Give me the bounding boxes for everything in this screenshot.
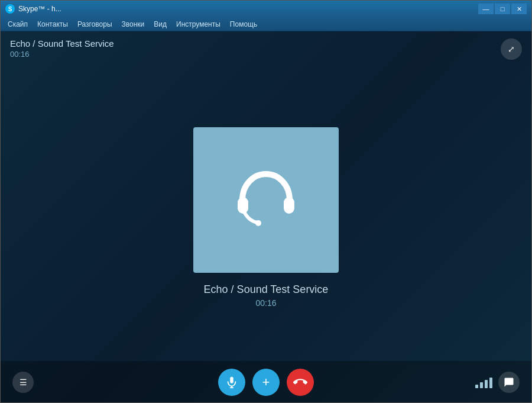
menu-tools[interactable]: Инструменты [171, 19, 225, 30]
svg-point-2 [255, 220, 261, 226]
menu-conversations[interactable]: Разговоры [73, 19, 117, 30]
chat-icon [504, 377, 514, 388]
menu-icon: ☰ [20, 378, 27, 387]
fullscreen-button[interactable]: ⤢ [501, 38, 522, 60]
controls-right [475, 372, 520, 393]
window-controls: — □ ✕ [478, 4, 527, 14]
maximize-button[interactable]: □ [495, 4, 510, 14]
menu-skype[interactable]: Скайп [3, 19, 33, 30]
skype-logo-icon: S [5, 4, 15, 14]
contact-name-center: Echo / Sound Test Service [204, 283, 329, 296]
hangup-button[interactable] [287, 369, 314, 396]
chat-button[interactable] [498, 372, 520, 393]
menu-help[interactable]: Помощь [225, 19, 262, 30]
call-timer-header: 00:16 [10, 50, 114, 59]
headset-icon [231, 165, 301, 236]
add-participant-button[interactable]: + [252, 369, 280, 396]
svg-rect-1 [284, 197, 294, 214]
contact-avatar [193, 127, 339, 273]
hangup-icon [293, 375, 307, 389]
call-header: Echo / Sound Test Service 00:16 ⤢ [1, 31, 531, 67]
call-contact-name: Echo / Sound Test Service [10, 38, 114, 49]
controls-center: + [218, 369, 314, 396]
microphone-icon [225, 376, 238, 389]
menu-view[interactable]: Вид [149, 19, 171, 30]
menu-contacts[interactable]: Контакты [33, 19, 73, 30]
title-bar: S Skype™ - h... — □ ✕ [1, 1, 531, 17]
signal-strength-icon [475, 376, 492, 388]
menu-button[interactable]: ☰ [12, 372, 34, 393]
call-controls: ☰ + [1, 361, 531, 403]
call-center: Echo / Sound Test Service 00:16 [1, 67, 531, 403]
close-button[interactable]: ✕ [511, 4, 527, 14]
menu-calls[interactable]: Звонки [117, 19, 150, 30]
call-area: Echo / Sound Test Service 00:16 ⤢ Echo /… [1, 31, 531, 403]
minimize-button[interactable]: — [478, 4, 494, 14]
svg-rect-3 [230, 377, 233, 383]
call-info: Echo / Sound Test Service 00:16 [10, 38, 114, 59]
title-bar-left: S Skype™ - h... [5, 4, 61, 14]
menu-bar: Скайп Контакты Разговоры Звонки Вид Инст… [1, 17, 531, 31]
add-icon: + [262, 376, 270, 389]
window-title: Skype™ - h... [18, 5, 61, 13]
mute-button[interactable] [218, 369, 245, 396]
call-timer-center: 00:16 [255, 298, 276, 308]
controls-left: ☰ [12, 372, 34, 393]
